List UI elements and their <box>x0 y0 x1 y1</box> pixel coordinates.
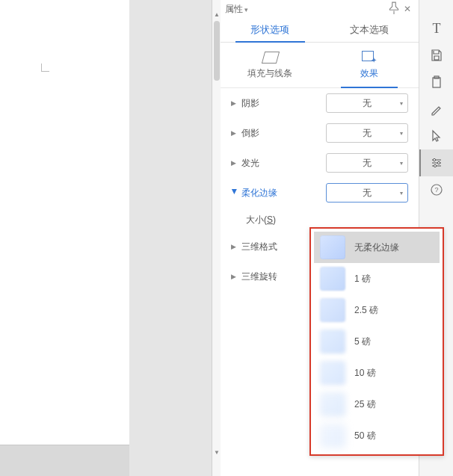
svg-point-2 <box>433 158 435 161</box>
toolbar-text-tool[interactable]: T <box>419 15 453 42</box>
softedge-dropdown-popup: 无柔化边缘 1 磅 2.5 磅 5 磅 10 磅 25 磅 50 磅 <box>309 227 444 456</box>
softedge-option-label: 1 磅 <box>354 273 434 285</box>
panel-title: 属性▾ <box>225 3 387 16</box>
softedge-option-25pt[interactable]: 25 磅 <box>314 389 440 420</box>
softedge-option-label: 5 磅 <box>354 336 434 348</box>
help-icon: ? <box>430 183 443 197</box>
section-reflection-label: 倒影 <box>238 127 326 140</box>
collapse-arrow-icon: ▶ <box>231 273 238 280</box>
toolbar-save-icon[interactable] <box>419 42 453 69</box>
tab-text-options[interactable]: 文本选项 <box>320 18 419 42</box>
collapse-arrow-icon: ▶ <box>231 159 238 167</box>
reflection-combo[interactable]: 无 ▾ <box>326 123 408 143</box>
section-glow[interactable]: ▶ 发光 无 ▾ <box>221 148 419 178</box>
close-icon[interactable]: ✕ <box>401 4 414 14</box>
collapse-arrow-icon: ▶ <box>231 99 238 107</box>
section-softedge-label: 柔化边缘 <box>238 187 326 200</box>
toolbar-help-icon[interactable]: ? <box>419 176 453 203</box>
softedge-option-label: 50 磅 <box>354 430 434 442</box>
softedge-option-10pt[interactable]: 10 磅 <box>314 357 440 389</box>
section-glow-label: 发光 <box>238 157 326 170</box>
effects-icon: ✦ <box>360 51 378 64</box>
reflection-combo-value: 无 <box>363 127 372 140</box>
combo-caret-icon: ▾ <box>400 100 403 107</box>
text-tool-icon: T <box>433 21 441 37</box>
softedge-option-none[interactable]: 无柔化边缘 <box>314 232 440 263</box>
softedge-size-label: 大小(S) <box>246 214 276 226</box>
svg-text:?: ? <box>434 186 438 194</box>
softedge-swatch-icon <box>320 424 345 448</box>
size-prefix: 大小( <box>246 214 267 225</box>
size-suffix: ) <box>273 214 276 225</box>
section-shadow-label: 阴影 <box>238 97 326 110</box>
document-page[interactable] <box>0 0 130 445</box>
panel-title-caret-icon[interactable]: ▾ <box>244 6 248 13</box>
softedge-option-2-5pt[interactable]: 2.5 磅 <box>314 294 440 326</box>
softedge-swatch-icon <box>320 392 345 416</box>
softedge-combo-value: 无 <box>363 187 372 200</box>
tab-text-label: 文本选项 <box>350 23 389 37</box>
softedge-combo[interactable]: 无 ▾ <box>326 183 408 203</box>
page-margin-marker <box>41 64 49 72</box>
tab-shape-label: 形状选项 <box>250 23 289 37</box>
combo-caret-icon: ▾ <box>400 190 403 197</box>
sliders-icon <box>430 156 443 170</box>
subtab-effects[interactable]: ✦ 效果 <box>320 43 419 87</box>
size-hotkey: S <box>267 214 273 225</box>
subtab-effect-label: 效果 <box>360 67 378 80</box>
svg-point-4 <box>434 164 436 167</box>
document-area <box>0 0 129 476</box>
glow-combo[interactable]: 无 ▾ <box>326 153 408 173</box>
panel-title-text: 属性 <box>225 4 243 14</box>
shadow-combo[interactable]: 无 ▾ <box>326 93 408 113</box>
toolbar-pen-icon[interactable] <box>419 96 453 123</box>
softedge-option-label: 10 磅 <box>354 367 434 380</box>
toolbar-select-icon[interactable] <box>419 123 453 149</box>
scroll-down-icon[interactable]: ▼ <box>214 448 220 456</box>
app-root: ▲ ▼ 属性▾ ✕ 形状选项 文本选项 <box>0 0 453 476</box>
panel-header: 属性▾ ✕ <box>221 0 419 18</box>
cursor-icon <box>430 129 443 143</box>
panel-subtabs: 填充与线条 ✦ 效果 <box>221 43 419 88</box>
subtab-fill-label: 填充与线条 <box>247 67 292 80</box>
subtab-fill-line[interactable]: 填充与线条 <box>221 43 320 87</box>
section-shadow[interactable]: ▶ 阴影 无 ▾ <box>221 88 419 118</box>
pen-icon <box>430 102 443 116</box>
section-soft-edges[interactable]: ▶ 柔化边缘 无 ▾ <box>221 178 419 208</box>
softedge-option-50pt[interactable]: 50 磅 <box>314 420 440 451</box>
clipboard-icon <box>430 75 443 89</box>
tab-shape-options[interactable]: 形状选项 <box>221 18 320 42</box>
svg-rect-0 <box>433 78 440 87</box>
softedge-option-label: 无柔化边缘 <box>354 241 434 254</box>
combo-caret-icon: ▾ <box>400 130 403 137</box>
toolbar-settings-icon[interactable] <box>419 149 453 176</box>
toolbar-clipboard-icon[interactable] <box>419 69 453 96</box>
expand-arrow-icon: ▶ <box>231 189 238 197</box>
softedge-option-label: 25 磅 <box>354 398 434 411</box>
section-reflection[interactable]: ▶ 倒影 无 ▾ <box>221 118 419 148</box>
softedge-swatch-icon <box>320 298 345 322</box>
scrollbar-thumb[interactable] <box>214 21 220 81</box>
collapse-arrow-icon: ▶ <box>231 129 238 137</box>
save-icon <box>430 49 443 62</box>
pin-icon[interactable] <box>387 1 401 17</box>
canvas-background <box>129 0 212 476</box>
scroll-up-icon[interactable]: ▲ <box>214 10 220 18</box>
svg-point-3 <box>437 161 440 164</box>
combo-caret-icon: ▾ <box>400 160 403 167</box>
softedge-option-5pt[interactable]: 5 磅 <box>314 326 440 357</box>
softedge-swatch-icon <box>320 330 345 353</box>
shadow-combo-value: 无 <box>363 97 372 110</box>
softedge-option-label: 2.5 磅 <box>354 304 434 317</box>
panel-tabs: 形状选项 文本选项 <box>221 18 419 43</box>
glow-combo-value: 无 <box>363 157 372 170</box>
softedge-swatch-icon <box>320 361 345 385</box>
softedge-swatch-icon <box>320 267 345 291</box>
softedge-swatch-icon <box>320 235 345 259</box>
collapse-arrow-icon: ▶ <box>231 243 238 250</box>
fill-line-icon <box>261 51 279 64</box>
softedge-option-1pt[interactable]: 1 磅 <box>314 263 440 294</box>
